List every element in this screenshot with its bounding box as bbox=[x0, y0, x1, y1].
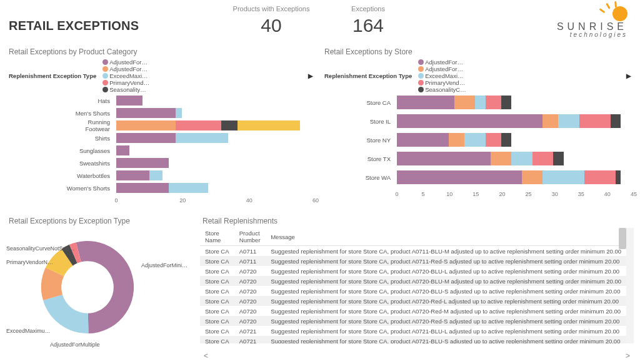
table-header[interactable]: Product Number bbox=[234, 228, 266, 246]
bar-label: Running Footwear bbox=[64, 119, 114, 132]
bar-segment[interactable] bbox=[116, 121, 176, 130]
legend-item[interactable]: Seasonality… bbox=[102, 86, 149, 93]
legend-text: PrimaryVend… bbox=[425, 79, 465, 86]
chart-category[interactable]: HatsMen's ShortsRunning FootwearShirtsSu… bbox=[6, 96, 316, 207]
pager-next-icon[interactable]: > bbox=[626, 352, 630, 360]
bar-segment[interactable] bbox=[491, 152, 511, 165]
table-row[interactable]: Store CAA0720Suggested replenishment for… bbox=[200, 286, 626, 296]
bar-segment[interactable] bbox=[449, 133, 464, 147]
bar-segment[interactable] bbox=[116, 96, 142, 106]
bar-row[interactable]: Store IL bbox=[359, 114, 634, 128]
bar-segment[interactable] bbox=[397, 96, 454, 109]
legend-item[interactable]: SeasonalityC… bbox=[418, 86, 466, 93]
page-title: RETAIL EXCEPTIONS bbox=[9, 5, 228, 33]
legend-item[interactable]: PrimaryVend… bbox=[418, 79, 466, 86]
bar-segment[interactable] bbox=[116, 158, 169, 168]
bar-row[interactable]: Men's Shorts bbox=[61, 108, 316, 118]
table-row[interactable]: Store CAA0720Suggested replenishment for… bbox=[200, 316, 626, 326]
bar-row[interactable]: Store NY bbox=[359, 133, 634, 147]
chart-donut[interactable]: SeasonalityCurveNotSpe… PrimaryVendorN… … bbox=[6, 228, 188, 353]
legend-scroll-right-icon[interactable]: ▶ bbox=[624, 72, 634, 79]
bar-segment[interactable] bbox=[176, 133, 228, 143]
legend-item[interactable]: ExceedMaxi… bbox=[418, 72, 466, 79]
bar-segment[interactable] bbox=[116, 183, 169, 193]
bar-segment[interactable] bbox=[542, 170, 584, 184]
bar-row[interactable]: Sunglasses bbox=[61, 145, 316, 155]
axis-tick: 40 bbox=[604, 191, 611, 197]
bar-segment[interactable] bbox=[501, 96, 512, 109]
table-cell: A0720 bbox=[234, 316, 266, 326]
bar-segment[interactable] bbox=[579, 114, 611, 128]
table-row[interactable]: Store CAA0711Suggested replenishment for… bbox=[200, 246, 626, 257]
table-row[interactable]: Store CAA0720Suggested replenishment for… bbox=[200, 266, 626, 276]
bar-segment[interactable] bbox=[584, 170, 616, 184]
legend-item[interactable]: AdjustedFor… bbox=[102, 66, 149, 72]
scrollbar-thumb[interactable] bbox=[619, 228, 626, 249]
swatch-icon bbox=[102, 80, 108, 86]
bar-row[interactable]: Women's Shorts bbox=[61, 183, 316, 193]
bar-segment[interactable] bbox=[454, 96, 475, 109]
bar-segment[interactable] bbox=[221, 121, 238, 130]
bar-segment[interactable] bbox=[176, 108, 182, 118]
bar-row[interactable]: Store TX bbox=[359, 152, 634, 165]
bar-segment[interactable] bbox=[397, 170, 522, 184]
table-row[interactable]: Store CAA0720Suggested replenishment for… bbox=[200, 276, 626, 286]
bar-row[interactable]: Store WA bbox=[359, 170, 634, 184]
table-row[interactable]: Store CAA0720Suggested replenishment for… bbox=[200, 306, 626, 316]
bar-segment[interactable] bbox=[486, 133, 501, 147]
legend-item[interactable]: PrimaryVend… bbox=[102, 79, 149, 86]
table-cell: Store CA bbox=[200, 246, 234, 257]
bar-segment[interactable] bbox=[169, 183, 208, 193]
replenishment-table[interactable]: Store NameProduct NumberMessageStore CAA… bbox=[200, 228, 626, 343]
bar-label: Store WA bbox=[362, 174, 394, 181]
bar-segment[interactable] bbox=[397, 114, 542, 128]
bar-segment[interactable] bbox=[116, 108, 176, 118]
bar-segment[interactable] bbox=[522, 170, 542, 184]
bar-segment[interactable] bbox=[475, 96, 486, 109]
bar-label: Hats bbox=[64, 97, 114, 104]
bar-segment[interactable] bbox=[464, 133, 485, 147]
table-row[interactable]: Store CAA0711Suggested replenishment for… bbox=[200, 256, 626, 266]
table-header[interactable]: Store Name bbox=[200, 228, 234, 246]
table-row[interactable]: Store CAA0721Suggested replenishment for… bbox=[200, 326, 626, 336]
bar-row[interactable]: Shirts bbox=[61, 133, 316, 143]
table-pager: < > bbox=[200, 352, 634, 360]
bar-label: Store IL bbox=[362, 118, 394, 125]
bar-segment[interactable] bbox=[611, 114, 621, 128]
table-cell: Store CA bbox=[200, 326, 234, 336]
bar-row[interactable]: Store CA bbox=[359, 96, 634, 109]
bar-segment[interactable] bbox=[542, 114, 558, 128]
bar-segment[interactable] bbox=[532, 152, 553, 165]
bar-segment[interactable] bbox=[116, 170, 149, 180]
bar-segment[interactable] bbox=[486, 96, 501, 109]
bar-segment[interactable] bbox=[616, 170, 621, 184]
table-row[interactable]: Store CAA0720Suggested replenishment for… bbox=[200, 296, 626, 306]
bar-segment[interactable] bbox=[116, 145, 129, 155]
table-cell: Store CA bbox=[200, 316, 234, 326]
bar-segment[interactable] bbox=[116, 133, 176, 143]
bar-row[interactable]: Running Footwear bbox=[61, 121, 316, 130]
bar-segment[interactable] bbox=[558, 114, 579, 128]
table-header[interactable]: Message bbox=[266, 228, 626, 246]
bar-segment[interactable] bbox=[238, 121, 300, 130]
bar-segment[interactable] bbox=[553, 152, 564, 165]
bar-segment[interactable] bbox=[397, 133, 449, 147]
bar-segment[interactable] bbox=[176, 121, 222, 130]
bar-segment[interactable] bbox=[397, 152, 491, 165]
bar-row[interactable]: Sweatshirts bbox=[61, 158, 316, 168]
table-scroll[interactable]: Store NameProduct NumberMessageStore CAA… bbox=[200, 228, 634, 343]
swatch-icon bbox=[102, 59, 108, 65]
bar-segment[interactable] bbox=[511, 152, 532, 165]
chart-store[interactable]: Store CAStore ILStore NYStore TXStore WA… bbox=[322, 96, 634, 200]
pager-prev-icon[interactable]: < bbox=[204, 352, 208, 360]
bar-segment[interactable] bbox=[501, 133, 512, 147]
legend-item[interactable]: AdjustedFor… bbox=[102, 59, 149, 66]
bar-segment[interactable] bbox=[149, 170, 162, 180]
legend-item[interactable]: ExceedMaxi… bbox=[102, 72, 149, 79]
bar-row[interactable]: Hats bbox=[61, 96, 316, 106]
legend-item[interactable]: AdjustedFor… bbox=[418, 59, 466, 66]
legend-item[interactable]: AdjustedFor… bbox=[418, 66, 466, 72]
bar-row[interactable]: Waterbottles bbox=[61, 170, 316, 180]
table-row[interactable]: Store CAA0721Suggested replenishment for… bbox=[200, 336, 626, 343]
legend-scroll-right-icon[interactable]: ▶ bbox=[306, 72, 316, 79]
